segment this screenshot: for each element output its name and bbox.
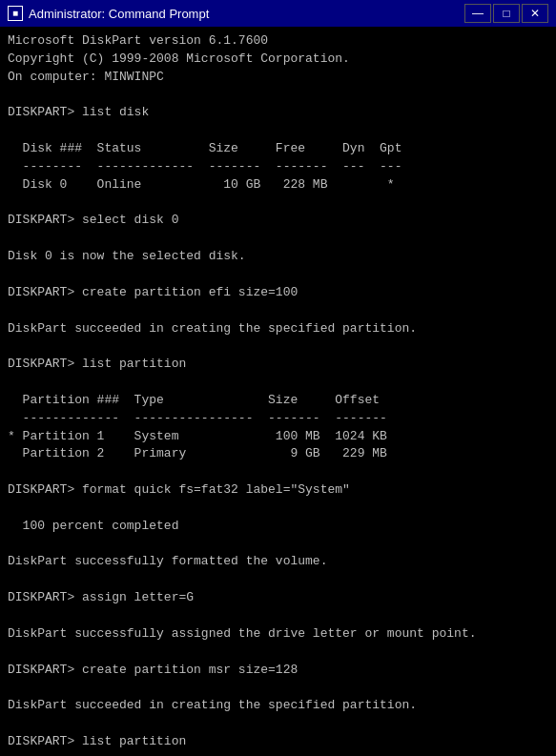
window-title: Administrator: Command Prompt xyxy=(29,7,209,21)
close-button[interactable]: ✕ xyxy=(522,4,548,23)
terminal-content[interactable]: Microsoft DiskPart version 6.1.7600 Copy… xyxy=(0,27,556,756)
minimize-button[interactable]: — xyxy=(464,4,491,23)
title-controls: — □ ✕ xyxy=(464,4,548,23)
maximize-button[interactable]: □ xyxy=(493,4,520,23)
title-bar-left: ■ Administrator: Command Prompt xyxy=(8,6,209,21)
title-bar: ■ Administrator: Command Prompt — □ ✕ xyxy=(0,0,556,27)
command-prompt-window: ■ Administrator: Command Prompt — □ ✕ Mi… xyxy=(0,0,556,756)
window-icon: ■ xyxy=(8,6,23,21)
